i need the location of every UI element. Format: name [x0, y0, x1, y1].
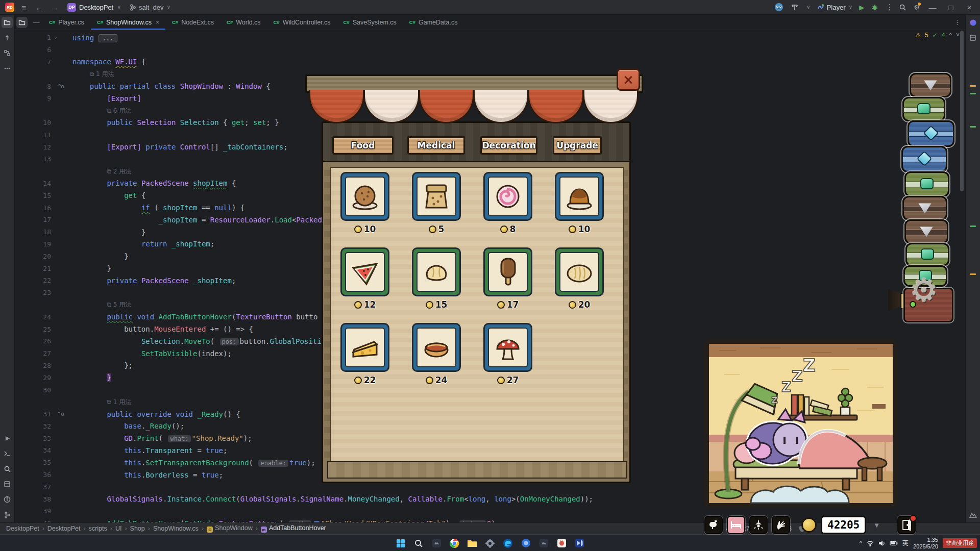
- editor-tab-savesystem-cs[interactable]: C#SaveSystem.cs: [337, 15, 403, 30]
- vcs-widget[interactable]: salt_dev ˅: [130, 4, 170, 11]
- usages-hint[interactable]: ⧉ 1 用法: [107, 398, 131, 406]
- door-button[interactable]: [897, 516, 916, 534]
- close-button[interactable]: ×: [964, 3, 975, 12]
- shop-item-cookie-bag[interactable]: [412, 172, 461, 221]
- editor-scrollbar[interactable]: [960, 31, 964, 191]
- shop-item-cheese[interactable]: [340, 323, 389, 372]
- treasure-chest-green[interactable]: [904, 171, 949, 197]
- run-config-selector[interactable]: Player ˅: [817, 4, 852, 11]
- error-stripe-mark[interactable]: [970, 273, 976, 275]
- mailbox-button[interactable]: [704, 516, 723, 534]
- taskbar-icon-settings[interactable]: [483, 537, 497, 550]
- taskbar-icon-app-dark[interactable]: [430, 537, 443, 550]
- taskbar-icon-app-black[interactable]: [537, 537, 550, 550]
- shop-item-watermelon[interactable]: [340, 247, 389, 296]
- fold-arrow-icon[interactable]: ›: [51, 34, 72, 41]
- editor-tab-shopwindow-cs[interactable]: C#ShopWindow.cs×: [91, 15, 166, 30]
- shop-item-naruto-swirl[interactable]: [483, 172, 532, 221]
- shop-close-button[interactable]: ×: [617, 68, 640, 91]
- taskbar-icon-start[interactable]: [394, 537, 407, 550]
- taskbar-icon-edge[interactable]: [501, 537, 514, 550]
- shop-item-pudding[interactable]: [555, 172, 604, 221]
- breadcrumb-item[interactable]: Shop: [130, 525, 145, 532]
- bed-button[interactable]: [727, 516, 745, 534]
- treasure-chest-silver[interactable]: [910, 73, 951, 97]
- breadcrumb-item[interactable]: CShopWindow: [207, 524, 253, 533]
- breadcrumb-item[interactable]: DesktopPet: [47, 525, 81, 532]
- code-line[interactable]: 6: [14, 44, 966, 56]
- terminal-icon[interactable]: [2, 448, 13, 459]
- mountains-icon[interactable]: [967, 509, 978, 520]
- settings-gear-icon[interactable]: ⚙: [914, 4, 920, 11]
- wifi-icon[interactable]: [867, 540, 874, 546]
- treasure-chest-blue[interactable]: [908, 120, 954, 147]
- project-widget[interactable]: DP DesktopPet ˅: [67, 3, 120, 12]
- treasure-chest-silver[interactable]: [902, 196, 947, 220]
- error-stripe-mark[interactable]: [970, 85, 976, 87]
- search-everywhere-icon[interactable]: [899, 4, 906, 11]
- taskbar-icon-visual-studio[interactable]: [573, 537, 586, 550]
- search-icon[interactable]: [2, 463, 13, 474]
- editor-tab-world-cs[interactable]: C#World.cs: [220, 15, 267, 30]
- inspections-widget[interactable]: ⚠ 5 ✓ 4 ^ ˅: [915, 32, 960, 39]
- editor-tab-player-cs[interactable]: C#Player.cs: [43, 15, 91, 30]
- gear-machine[interactable]: ⚙: [892, 282, 957, 327]
- shop-tab-medical[interactable]: Medical: [407, 136, 465, 155]
- forward-icon[interactable]: →: [49, 3, 60, 12]
- override-gutter-icon[interactable]: ^o: [51, 411, 72, 417]
- shop-item-hotdog[interactable]: [412, 323, 461, 372]
- usages-hint[interactable]: ⧉ 5 用法: [107, 301, 131, 308]
- vcs-icon[interactable]: [2, 32, 13, 43]
- lamp-button[interactable]: [749, 516, 768, 534]
- run-button[interactable]: ▶: [859, 4, 864, 11]
- taskbar-icon-app-blue[interactable]: [519, 537, 532, 550]
- box-icon[interactable]: [967, 32, 978, 43]
- treasure-chest-blue[interactable]: [901, 146, 947, 172]
- minimize-button[interactable]: —: [927, 3, 938, 12]
- project-tool-window-icon[interactable]: [16, 17, 28, 28]
- breadcrumb-item[interactable]: DesktopPet: [6, 525, 39, 532]
- battery-icon[interactable]: [890, 541, 898, 546]
- shop-tab-upgrade[interactable]: Upgrade: [553, 136, 602, 155]
- error-stripe-mark[interactable]: [970, 93, 976, 94]
- info-icon[interactable]: [2, 494, 13, 505]
- usages-hint[interactable]: ⧉ 2 用法: [107, 168, 131, 175]
- shop-tab-food[interactable]: Food: [332, 136, 394, 155]
- breadcrumb-item[interactable]: mAddTabButtonHover: [261, 524, 326, 533]
- dots-icon[interactable]: [2, 63, 13, 74]
- tab-options-kebab-icon[interactable]: ⋮: [949, 15, 966, 30]
- usages-hint[interactable]: ⧉ 6 用法: [107, 107, 131, 114]
- debug-button[interactable]: [871, 4, 878, 11]
- tray-chevron-up-icon[interactable]: ^: [859, 540, 862, 547]
- taskbar-icon-chrome[interactable]: [448, 537, 461, 550]
- treasure-chest-silver[interactable]: [904, 219, 948, 244]
- chevron-down-icon[interactable]: ˅: [807, 5, 810, 10]
- shop-item-mushroom[interactable]: [483, 323, 532, 372]
- shop-item-popsicle[interactable]: [483, 247, 532, 296]
- error-stripe-mark[interactable]: [970, 226, 976, 227]
- editor-tab-wildcontroller-cs[interactable]: C#WildController.cs: [267, 15, 337, 30]
- editor-tab-gamedata-cs[interactable]: C#GameData.cs: [403, 15, 464, 30]
- taskbar-icon-app-pet[interactable]: [555, 537, 568, 550]
- taskbar-clock[interactable]: 1:35 2025/5/20: [913, 537, 938, 550]
- breadcrumb-item[interactable]: UI: [115, 525, 122, 532]
- tab-close-icon[interactable]: ×: [156, 19, 159, 26]
- shop-tab-decoration[interactable]: Decoration: [480, 136, 537, 155]
- godot-icon[interactable]: [774, 3, 783, 12]
- taskbar-icon-search[interactable]: [412, 537, 425, 550]
- next-problem-icon[interactable]: ˅: [956, 32, 960, 39]
- treasure-chest-green[interactable]: [902, 97, 945, 121]
- override-gutter-icon[interactable]: ^o: [51, 83, 72, 90]
- box-icon[interactable]: [2, 479, 13, 490]
- back-icon[interactable]: ←: [34, 3, 45, 12]
- shop-item-cookie-bun[interactable]: [340, 172, 389, 221]
- shop-item-bread[interactable]: [555, 247, 604, 296]
- usages-hint[interactable]: ⧉ 1 用法: [90, 70, 114, 78]
- prev-problem-icon[interactable]: ^: [949, 32, 952, 39]
- editor-tab-nodeext-cs[interactable]: C#NodeExt.cs: [166, 15, 220, 30]
- breadcrumb-item[interactable]: scripts: [89, 525, 107, 532]
- main-menu-icon[interactable]: ≡: [18, 3, 30, 12]
- play-icon[interactable]: [2, 433, 13, 444]
- maximize-button[interactable]: □: [945, 3, 957, 12]
- folder-icon[interactable]: [2, 17, 13, 28]
